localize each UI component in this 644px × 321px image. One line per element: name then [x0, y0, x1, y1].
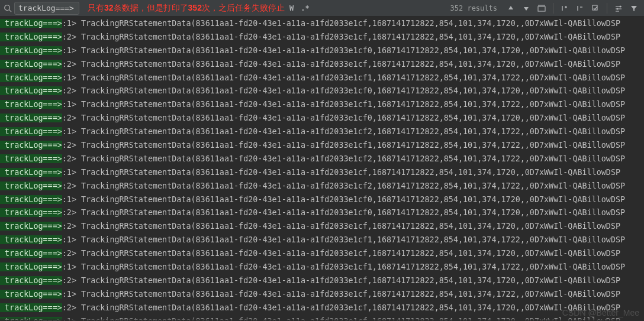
- log-line: trackLog===>:1> TrackingRRStatementData(…: [0, 166, 644, 179]
- log-line: trackLog===>:1> TrackingRRStatementData(…: [0, 17, 644, 30]
- log-text: :2> TrackingRRStatementData(83611aa1-fd2…: [62, 114, 625, 122]
- next-match-button[interactable]: [520, 2, 533, 15]
- log-text: :2> TrackingRRStatementData(83611aa1-fd2…: [62, 181, 625, 190]
- search-highlight: trackLog===>: [0, 168, 62, 177]
- log-line: trackLog===>:2> TrackingRRStatementData(…: [0, 111, 644, 125]
- log-text: :2> TrackingRRStatementData(83611aa1-fd2…: [62, 154, 625, 163]
- log-line: trackLog===>:1> TrackingRRStatementData(…: [0, 98, 644, 111]
- log-text: :2> TrackingRRStatementData(83611aa1-fd2…: [62, 86, 625, 95]
- search-highlight: trackLog===>: [0, 276, 62, 285]
- log-line: trackLog===>:2> TrackingRRStatementData(…: [0, 138, 644, 152]
- regex-toggle[interactable]: .*: [298, 2, 311, 15]
- select-all-occurrences-button[interactable]: [535, 2, 548, 15]
- log-console[interactable]: trackLog===>:1> TrackingRRStatementData(…: [0, 17, 644, 321]
- log-text: :1> TrackingRRStatementData(83611aa1-fd2…: [62, 100, 625, 109]
- search-highlight: trackLog===>: [0, 60, 62, 69]
- log-text: :1> TrackingRRStatementData(83611aa1-fd2…: [62, 195, 625, 204]
- search-highlight: trackLog===>: [0, 208, 62, 217]
- log-text: :2> TrackingRRStatementData(83611aa1-fd2…: [62, 60, 620, 69]
- log-line: trackLog===>:2> TrackingRRStatementData(…: [0, 152, 644, 166]
- log-line: trackLog===>:1> TrackingRRStatementData(…: [0, 260, 644, 274]
- log-line: trackLog===>:2> TrackingRRStatementData(…: [0, 84, 644, 98]
- prev-match-button[interactable]: [504, 2, 517, 15]
- toolbar-separator: [607, 3, 607, 14]
- settings-button[interactable]: [612, 2, 625, 15]
- results-count: 352 results: [450, 4, 497, 12]
- log-text: :1> TrackingRRStatementData(83611aa1-fd2…: [62, 262, 625, 271]
- svg-point-14: [617, 8, 619, 9]
- svg-rect-2: [538, 7, 545, 11]
- log-text: :2> TrackingRRStatementData(83611aa1-fd2…: [62, 208, 625, 217]
- search-icon: [4, 4, 12, 12]
- log-text: :2> TrackingRRStatementData(83611aa1-fd2…: [62, 33, 620, 41]
- find-toolbar: 只有32条数据，但是打印了352次，之后任务失败停止 W .* 352 resu…: [0, 0, 644, 17]
- log-text: :1> TrackingRRStatementData(83611aa1-fd2…: [62, 290, 620, 299]
- log-line: trackLog===>:1> TrackingRRStatementData(…: [0, 44, 644, 57]
- log-text: :1> TrackingRRStatementData(83611aa1-fd2…: [62, 73, 625, 82]
- log-line: trackLog===>:2> TrackingRRStatementData(…: [0, 30, 644, 44]
- log-line: trackLog===>:2> TrackingRRStatementData(…: [0, 206, 644, 219]
- log-text: :2> TrackingRRStatementData(83611aa1-fd2…: [62, 249, 620, 258]
- search-input[interactable]: [14, 2, 79, 15]
- log-line: trackLog===>:2> TrackingRRStatementData(…: [0, 219, 644, 233]
- filter-button[interactable]: [627, 2, 640, 15]
- search-highlight: trackLog===>: [0, 262, 62, 271]
- add-selection-button[interactable]: [558, 2, 571, 15]
- search-highlight: trackLog===>: [0, 290, 62, 299]
- search-highlight: trackLog===>: [0, 114, 62, 122]
- search-highlight: trackLog===>: [0, 100, 62, 109]
- svg-point-0: [5, 5, 10, 10]
- svg-point-13: [620, 5, 622, 7]
- remove-selection-button[interactable]: [574, 2, 587, 15]
- match-words-toggle[interactable]: W: [287, 2, 296, 15]
- log-line: trackLog===>:1> TrackingRRStatementData(…: [0, 71, 644, 85]
- log-text: :1> TrackingRRStatementData(83611aa1-fd2…: [62, 168, 620, 177]
- log-line: trackLog===>:2> TrackingRRStatementData(…: [0, 247, 644, 260]
- select-all-button[interactable]: [589, 2, 602, 15]
- toolbar-separator: [553, 3, 553, 14]
- search-highlight: trackLog===>: [0, 19, 62, 28]
- search-highlight: trackLog===>: [0, 141, 62, 150]
- log-line: trackLog===>:2> TrackingRRStatementData(…: [0, 179, 644, 193]
- log-line: trackLog===>:1> TrackingRRStatementData(…: [0, 125, 644, 138]
- log-text: :1> TrackingRRStatementData(83611aa1-fd2…: [62, 235, 625, 244]
- search-highlight: trackLog===>: [0, 222, 62, 231]
- search-highlight: trackLog===>: [0, 235, 62, 244]
- search-highlight: trackLog===>: [0, 127, 62, 136]
- log-text: :2> TrackingRRStatementData(83611aa1-fd2…: [62, 141, 625, 150]
- log-line: trackLog===>:1> TrackingRRStatementData(…: [0, 193, 644, 206]
- search-highlight: trackLog===>: [0, 154, 62, 163]
- log-line: trackLog===>:2> TrackingRRStatementData(…: [0, 301, 644, 314]
- log-text: :1> TrackingRRStatementData(83611aa1-fd2…: [62, 127, 625, 136]
- search-highlight: trackLog===>: [0, 86, 62, 95]
- log-text: :1> TrackingRRStatementData(83611aa1-fd2…: [62, 19, 620, 28]
- log-line: trackLog===>:1> TrackingRRStatementData(…: [0, 287, 644, 301]
- log-line: trackLog===>:2> TrackingRRStatementData(…: [0, 274, 644, 287]
- svg-line-1: [9, 9, 12, 12]
- search-highlight: trackLog===>: [0, 195, 62, 204]
- search-highlight: trackLog===>: [0, 249, 62, 258]
- log-text: :2> TrackingRRStatementData(83611aa1-fd2…: [62, 276, 620, 285]
- user-annotation: 只有32条数据，但是打印了352次，之后任务失败停止: [88, 3, 285, 14]
- search-highlight: trackLog===>: [0, 303, 62, 312]
- log-line: trackLog===>:1> TrackingRRStatementData(…: [0, 233, 644, 247]
- search-highlight: trackLog===>: [0, 181, 62, 190]
- search-highlight: trackLog===>: [0, 33, 62, 41]
- log-text: :2> TrackingRRStatementData(83611aa1-fd2…: [62, 222, 620, 231]
- log-text: :2> TrackingRRStatementData(83611aa1-fd2…: [62, 303, 620, 312]
- log-line: trackLog===>:2> TrackingRRStatementData(…: [0, 57, 644, 71]
- log-text: :1> TrackingRRStatementData(83611aa1-fd2…: [62, 46, 625, 55]
- search-highlight: trackLog===>: [0, 73, 62, 82]
- search-highlight: trackLog===>: [0, 46, 62, 55]
